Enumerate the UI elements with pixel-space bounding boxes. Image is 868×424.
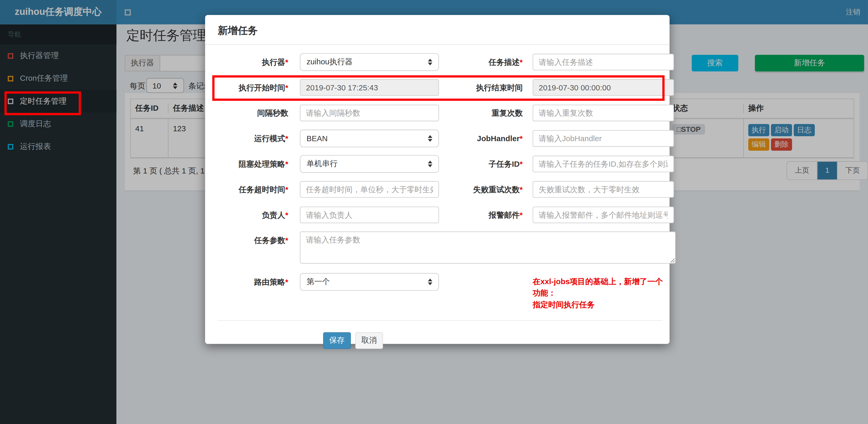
fail-retry-label: 失败重试次数* <box>439 181 523 198</box>
form-row-author-email: 负责人* 报警邮件* <box>218 206 663 224</box>
route-strategy-label: 路由策略* <box>218 273 288 291</box>
form-row-interval-repeat: 间隔秒数 重复次数 <box>218 104 663 122</box>
timeout-input[interactable] <box>300 181 439 198</box>
start-time-label: 执行开始时间* <box>218 79 288 96</box>
job-params-textarea[interactable] <box>300 232 676 264</box>
job-handler-input[interactable] <box>532 130 674 147</box>
author-label: 负责人* <box>218 206 288 224</box>
block-strategy-select[interactable]: 单机串行 <box>300 155 439 173</box>
save-button[interactable]: 保存 <box>323 332 351 349</box>
start-time-input[interactable] <box>300 79 439 96</box>
form-row-job-params: 任务参数* <box>218 232 663 265</box>
feature-note-text: 在xxl-jobs项目的基础上，新增了一个功能： 指定时间执行任务 <box>532 276 663 311</box>
end-time-label: 执行结束时间 <box>439 79 523 96</box>
job-handler-label: JobHandler* <box>439 130 523 148</box>
modal-form: 执行器* zuihou执行器 任务描述* 执行开始时间* 执行结束时间 间隔秒数… <box>205 45 670 311</box>
child-job-id-label: 子任务ID* <box>439 155 523 173</box>
run-mode-select[interactable]: BEAN <box>300 130 439 148</box>
feature-note-line2: 指定时间执行任务 <box>532 299 663 311</box>
modal-footer: 保存 取消 <box>205 321 670 349</box>
route-strategy-select[interactable]: 第一个 <box>300 273 439 291</box>
form-row-block-childjob: 阻塞处理策略* 单机串行 子任务ID* <box>218 155 663 173</box>
modal-header: 新增任务 <box>205 15 670 45</box>
end-time-input[interactable] <box>532 79 674 96</box>
alarm-email-label: 报警邮件* <box>439 206 523 224</box>
block-strategy-label: 阻塞处理策略* <box>218 155 288 173</box>
interval-label: 间隔秒数 <box>218 104 288 122</box>
timeout-label: 任务超时时间* <box>218 181 288 198</box>
form-row-runmode-handler: 运行模式* BEAN JobHandler* <box>218 130 663 148</box>
run-mode-select-value: BEAN <box>307 134 328 143</box>
job-desc-label: 任务描述* <box>439 53 523 71</box>
repeat-count-input[interactable] <box>532 105 674 121</box>
route-strategy-select-value: 第一个 <box>307 277 330 287</box>
feature-note-line1: 在xxl-jobs项目的基础上，新增了一个功能： <box>532 276 663 299</box>
form-row-route-strategy: 路由策略* 第一个 在xxl-jobs项目的基础上，新增了一个功能： 指定时间执… <box>218 273 663 311</box>
form-row-timeout-retry: 任务超时时间* 失败重试次数* <box>218 181 663 198</box>
modal-title: 新增任务 <box>218 25 657 37</box>
fail-retry-input[interactable] <box>532 181 674 198</box>
form-row-start-end-time: 执行开始时间* 执行结束时间 <box>218 79 663 96</box>
author-input[interactable] <box>300 206 439 223</box>
alarm-email-input[interactable] <box>532 206 674 223</box>
child-job-id-input[interactable] <box>532 156 674 172</box>
select-caret-icon <box>428 59 432 65</box>
executor-label: 执行器* <box>218 53 288 71</box>
select-caret-icon <box>428 279 432 286</box>
job-params-label: 任务参数* <box>218 232 288 249</box>
form-row-executor-desc: 执行器* zuihou执行器 任务描述* <box>218 53 663 71</box>
run-mode-label: 运行模式* <box>218 130 288 148</box>
block-strategy-select-value: 单机串行 <box>307 159 338 169</box>
executor-select[interactable]: zuihou执行器 <box>300 53 439 71</box>
job-desc-input[interactable] <box>532 54 674 70</box>
interval-input[interactable] <box>300 105 439 121</box>
add-task-modal: 新增任务 执行器* zuihou执行器 任务描述* 执行开始时间* 执行结束时间… <box>205 15 670 344</box>
select-caret-icon <box>428 161 432 167</box>
repeat-count-label: 重复次数 <box>439 104 523 122</box>
select-caret-icon <box>428 135 432 142</box>
cancel-button[interactable]: 取消 <box>355 332 383 349</box>
app-root: zuihou任务调度中心 注销 导航 执行器管理 Cron任务管理 定时任务管理… <box>0 0 868 424</box>
executor-select-value: zuihou执行器 <box>307 57 353 67</box>
